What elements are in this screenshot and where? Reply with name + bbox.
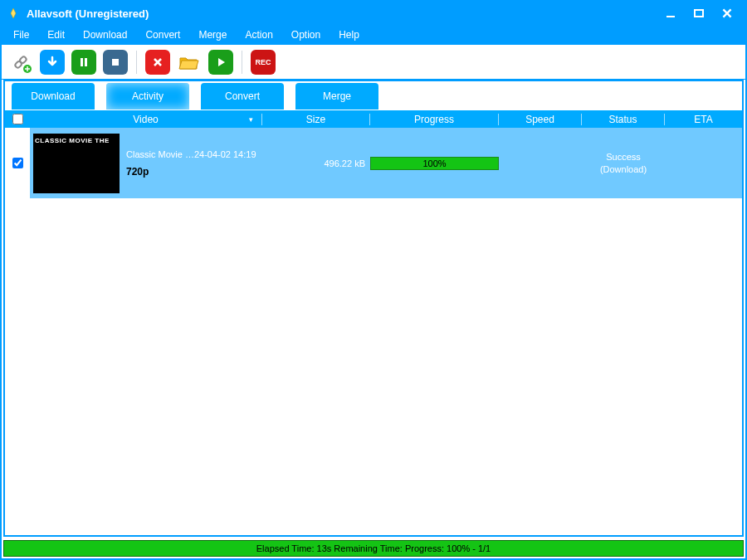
row-checkbox-cell xyxy=(5,128,30,198)
close-button[interactable] xyxy=(714,5,740,22)
video-name: Classic Movie …24-04-02 14:19 xyxy=(126,149,256,159)
menu-download[interactable]: Download xyxy=(76,27,134,43)
column-checkbox[interactable] xyxy=(5,114,30,124)
sort-indicator-icon: ▾ xyxy=(249,115,253,124)
menu-merge[interactable]: Merge xyxy=(192,27,233,43)
record-button[interactable]: REC xyxy=(251,50,276,75)
app-window: Allavsoft (Unregistered) File Edit Downl… xyxy=(0,0,747,560)
menu-file[interactable]: File xyxy=(7,27,36,43)
svg-rect-9 xyxy=(81,58,83,66)
maximize-button[interactable] xyxy=(686,5,712,22)
toolbar: REC xyxy=(2,45,745,80)
tab-activity[interactable]: Activity xyxy=(106,83,189,110)
column-headers: Video ▾ Size Progress Speed Status ETA xyxy=(5,110,742,128)
minimize-button[interactable] xyxy=(657,5,684,22)
menu-help[interactable]: Help xyxy=(332,27,366,43)
row-video-cell: CLASSIC MOVIE THE Classic Movie …24-04-0… xyxy=(30,128,262,198)
toolbar-separator xyxy=(242,51,242,74)
row-status-line2: (Download) xyxy=(582,163,665,175)
paste-url-button[interactable] xyxy=(8,50,33,75)
video-info: Classic Movie …24-04-02 14:19 720p xyxy=(126,149,256,178)
tab-convert[interactable]: Convert xyxy=(201,83,284,110)
menu-option[interactable]: Option xyxy=(285,27,327,43)
tab-merge[interactable]: Merge xyxy=(295,83,378,110)
svg-rect-5 xyxy=(19,56,27,64)
progress-text: 100% xyxy=(371,158,498,169)
download-button[interactable] xyxy=(40,50,65,75)
app-logo-icon xyxy=(7,7,20,20)
tab-strip: Download Activity Convert Merge xyxy=(5,81,742,110)
column-size[interactable]: Size xyxy=(262,114,370,125)
column-speed[interactable]: Speed xyxy=(499,114,582,125)
video-thumbnail: CLASSIC MOVIE THE xyxy=(33,134,120,193)
stop-button[interactable] xyxy=(103,50,128,75)
tab-download[interactable]: Download xyxy=(12,83,95,110)
row-progress-cell: 100% xyxy=(370,157,499,170)
status-text: Elapsed Time: 13s Remaining Time: Progre… xyxy=(256,543,491,553)
progress-bar: 100% xyxy=(370,157,499,170)
column-status[interactable]: Status xyxy=(582,114,665,125)
table-row[interactable]: CLASSIC MOVIE THE Classic Movie …24-04-0… xyxy=(5,128,742,199)
play-button[interactable] xyxy=(208,50,233,75)
menu-convert[interactable]: Convert xyxy=(139,27,187,43)
column-eta[interactable]: ETA xyxy=(665,114,742,125)
select-all-checkbox[interactable] xyxy=(12,114,23,124)
row-status-line1: Success xyxy=(582,151,665,163)
video-quality: 720p xyxy=(126,166,256,178)
menubar: File Edit Download Convert Merge Action … xyxy=(2,25,745,45)
toolbar-separator xyxy=(136,51,137,74)
delete-button[interactable] xyxy=(145,50,170,75)
thumbnail-text: CLASSIC MOVIE THE xyxy=(35,137,110,144)
main-content: Download Activity Convert Merge Video ▾ … xyxy=(3,80,744,537)
column-video-label: Video xyxy=(133,114,158,125)
menu-edit[interactable]: Edit xyxy=(41,27,71,43)
pause-button[interactable] xyxy=(71,50,96,75)
row-checkbox[interactable] xyxy=(12,158,23,168)
window-title: Allavsoft (Unregistered) xyxy=(27,7,149,20)
menu-action[interactable]: Action xyxy=(238,27,279,43)
column-video[interactable]: Video ▾ xyxy=(30,114,262,125)
svg-rect-11 xyxy=(112,59,119,66)
open-folder-button[interactable] xyxy=(177,50,202,75)
row-size: 496.22 kB xyxy=(262,158,370,168)
svg-rect-10 xyxy=(85,58,87,66)
column-progress[interactable]: Progress xyxy=(370,114,499,125)
row-status: Success (Download) xyxy=(582,151,665,175)
status-bar: Elapsed Time: 13s Remaining Time: Progre… xyxy=(3,540,744,557)
download-list: CLASSIC MOVIE THE Classic Movie …24-04-0… xyxy=(5,128,742,535)
titlebar: Allavsoft (Unregistered) xyxy=(2,2,745,25)
svg-rect-1 xyxy=(695,10,703,17)
